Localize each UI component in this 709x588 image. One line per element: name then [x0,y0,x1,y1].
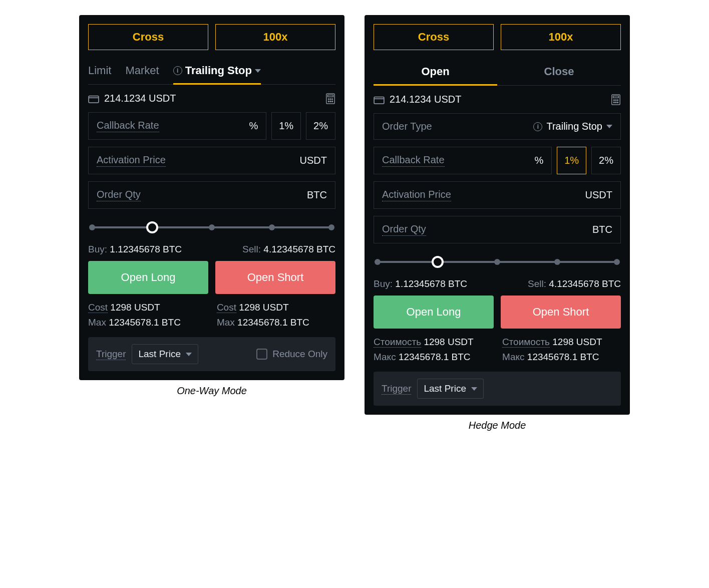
order-type-value: Trailing Stop [546,121,602,132]
reduce-only-label: Reduce Only [272,349,327,360]
slider-tick [89,224,95,230]
slider-tick [554,259,560,265]
position-tabs: Open Close [374,59,621,86]
cost-long: Cost 1298 USDT [88,302,207,313]
order-qty-input[interactable]: Order Qty BTC [374,216,621,243]
trigger-value: Last Price [138,349,180,360]
svg-point-12 [613,100,614,101]
svg-point-4 [330,99,331,100]
svg-rect-0 [89,96,99,103]
qty-slider[interactable] [92,222,331,233]
trigger-dropdown[interactable]: Last Price [132,344,198,364]
tab-limit[interactable]: Limit [88,59,111,84]
panel-caption-right: Hedge Mode [469,420,526,431]
order-qty-label: Order Qty [97,189,141,201]
open-short-button[interactable]: Open Short [215,261,335,294]
order-panel-left: Cross 100x Limit Market i Trailing Stop … [79,15,344,380]
order-panel-right: Cross 100x Open Close 214.1234 USDT Orde… [365,15,630,415]
sell-amount: Sell: 4.12345678 BTC [528,278,621,289]
svg-point-13 [615,100,616,101]
qty-slider[interactable] [378,256,617,267]
chevron-down-icon[interactable] [255,69,261,73]
hedge-mode-panel: Cross 100x Open Close 214.1234 USDT Orde… [365,15,630,431]
tab-market[interactable]: Market [125,59,159,84]
panel-caption-left: One-Way Mode [177,385,247,397]
order-type-select[interactable]: Order Type i Trailing Stop [374,113,621,140]
sell-amount: Sell: 4.12345678 BTC [242,244,335,255]
buy-amount: Buy: 1.12345678 BTC [88,244,182,255]
callback-rate-input[interactable]: Callback Rate % [374,147,552,174]
svg-point-7 [330,101,331,102]
order-qty-label: Order Qty [382,223,426,236]
chevron-down-icon [471,387,477,391]
trigger-dropdown[interactable]: Last Price [417,379,483,399]
margin-mode-button[interactable]: Cross [374,24,494,50]
svg-point-3 [328,99,329,100]
open-long-button[interactable]: Open Long [374,296,494,329]
leverage-button[interactable]: 100x [501,24,621,50]
activation-price-unit: USDT [585,189,612,201]
slider-tick [269,224,275,230]
svg-rect-11 [613,96,619,98]
order-qty-unit: BTC [592,224,612,235]
svg-point-16 [615,102,616,103]
order-type-tabs: Limit Market i Trailing Stop [88,59,335,85]
leverage-button[interactable]: 100x [215,24,335,50]
order-qty-unit: BTC [307,189,327,201]
activation-price-label: Activation Price [382,189,451,201]
wallet-icon[interactable] [88,94,99,103]
cost-short: Cost 1298 USDT [217,302,335,313]
order-type-label: Order Type [382,121,432,132]
tab-open[interactable]: Open [374,59,497,85]
callback-2pct-button[interactable]: 2% [306,112,335,140]
available-balance: 214.1234 USDT [390,94,461,105]
activation-price-input[interactable]: Activation Price USDT [88,147,335,174]
order-qty-input[interactable]: Order Qty BTC [88,181,335,209]
tab-trailing-stop[interactable]: i Trailing Stop [173,59,261,84]
max-long: Макс 12345678.1 BTC [374,352,492,363]
svg-point-6 [328,101,329,102]
calculator-icon[interactable] [325,93,335,104]
trigger-label: Trigger [96,349,126,360]
buy-amount: Buy: 1.12345678 BTC [374,278,467,289]
slider-thumb[interactable] [432,256,444,268]
slider-tick [375,259,381,265]
callback-2pct-button[interactable]: 2% [591,147,621,174]
slider-tick [494,259,500,265]
info-icon[interactable]: i [173,66,182,75]
callback-1pct-button[interactable]: 1% [557,147,586,174]
slider-thumb[interactable] [146,221,158,233]
svg-point-5 [332,99,333,100]
trigger-label: Trigger [382,383,411,395]
svg-point-8 [332,101,333,102]
callback-rate-label: Callback Rate [382,154,445,167]
available-balance: 214.1234 USDT [104,93,176,104]
callback-rate-input[interactable]: Callback Rate % [88,112,266,140]
activation-price-input[interactable]: Activation Price USDT [374,181,621,209]
slider-tick [328,224,334,230]
callback-rate-unit: % [534,155,543,166]
cost-short: Стоимость 1298 USDT [502,337,621,348]
svg-point-14 [617,100,618,101]
max-short: Max 12345678.1 BTC [217,317,335,328]
open-long-button[interactable]: Open Long [88,261,208,294]
calculator-icon[interactable] [611,94,621,105]
svg-point-15 [613,102,614,103]
wallet-icon[interactable] [374,95,385,104]
max-short: Макс 12345678.1 BTC [502,352,621,363]
one-way-mode-panel: Cross 100x Limit Market i Trailing Stop … [79,15,344,397]
chevron-down-icon [186,353,192,356]
svg-rect-9 [374,97,384,104]
slider-tick [614,259,620,265]
tab-close[interactable]: Close [497,59,621,85]
tab-label: Trailing Stop [185,64,252,77]
info-icon[interactable]: i [533,122,542,131]
cost-long: Стоимость 1298 USDT [374,337,492,348]
margin-mode-button[interactable]: Cross [88,24,208,50]
svg-point-17 [617,102,618,103]
reduce-only-checkbox[interactable] [256,349,267,360]
callback-1pct-button[interactable]: 1% [271,112,301,140]
activation-price-unit: USDT [300,155,327,166]
open-short-button[interactable]: Open Short [501,296,621,329]
slider-tick [209,224,215,230]
